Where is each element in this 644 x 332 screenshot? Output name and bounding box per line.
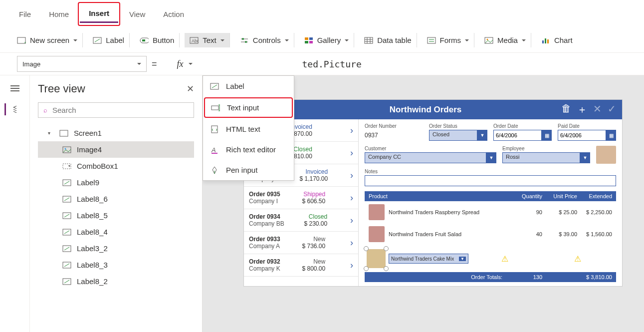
- screen-icon: [59, 129, 69, 137]
- layers-icon[interactable]: [4, 103, 16, 115]
- dd-pen-input[interactable]: Pen input: [203, 160, 294, 180]
- dd-label[interactable]: Label: [203, 76, 294, 96]
- data-table-icon: [364, 36, 373, 44]
- svg-rect-14: [305, 41, 308, 43]
- app-title: Northwind Orders: [290, 105, 561, 115]
- data-table-button[interactable]: Data table: [359, 33, 417, 47]
- tree-item[interactable]: Label8_3: [38, 257, 194, 273]
- cancel-icon[interactable]: ✕: [593, 103, 602, 116]
- search-input[interactable]: [52, 106, 189, 114]
- forms-icon: [427, 36, 436, 44]
- paid-date-label: Paid Date: [558, 123, 616, 129]
- chart-button[interactable]: Chart: [536, 33, 578, 47]
- gallery-button[interactable]: Gallery: [299, 33, 355, 47]
- selected-image[interactable]: [367, 249, 386, 268]
- media-button[interactable]: Media: [479, 33, 531, 47]
- selected-line-item[interactable]: Northwind Traders Cake Mix ▼ ⚠ ⚠: [365, 247, 616, 270]
- tree-item[interactable]: Image4: [38, 141, 194, 158]
- text-button[interactable]: Abc Text: [185, 33, 230, 47]
- order-date-input[interactable]: ▦: [493, 130, 552, 141]
- order-amount: $ 736.00: [302, 243, 326, 250]
- control-icon: [62, 212, 72, 220]
- line-ext: $ 1,560.00: [577, 231, 612, 237]
- menu-file[interactable]: File: [10, 6, 40, 22]
- check-icon[interactable]: ✓: [608, 103, 616, 116]
- line-product-combo[interactable]: Northwind Traders Cake Mix ▼: [389, 254, 468, 264]
- tree-item[interactable]: Label8_5: [38, 207, 194, 224]
- order-item[interactable]: Order 0933Company ANew$ 736.00›: [244, 232, 358, 254]
- notes-input[interactable]: [365, 175, 616, 186]
- svg-marker-37: [68, 165, 70, 167]
- tree-item[interactable]: ComboBox1: [38, 158, 194, 174]
- order-title: Order 0934: [249, 213, 284, 220]
- totals-row: Order Totals: 130 $ 3,810.00: [365, 272, 616, 282]
- equals-sign: =: [152, 59, 157, 69]
- customer-select[interactable]: Company CC▼: [365, 152, 496, 163]
- order-company: Company K: [249, 265, 280, 272]
- employee-select[interactable]: Rossi▼: [502, 152, 590, 163]
- html-icon: [210, 125, 219, 133]
- warning-icon: ⚠: [501, 254, 508, 264]
- tree-item[interactable]: Label8_2: [38, 273, 194, 290]
- rich-text-icon: A: [210, 146, 219, 154]
- svg-rect-12: [305, 37, 308, 40]
- control-icon: [62, 195, 72, 203]
- controls-button[interactable]: Controls: [235, 33, 294, 47]
- trash-icon[interactable]: 🗑: [561, 103, 571, 116]
- property-selector[interactable]: Image: [17, 56, 147, 72]
- svg-line-39: [64, 181, 69, 184]
- tree-search[interactable]: ⌕: [38, 102, 194, 118]
- tree-root[interactable]: ▾ Screen1: [38, 125, 194, 141]
- new-screen-button[interactable]: + New screen: [12, 33, 83, 47]
- calendar-icon[interactable]: ▦: [542, 130, 552, 141]
- gallery-label: Gallery: [317, 36, 341, 44]
- order-status: Invoiced: [300, 168, 328, 175]
- order-status-select[interactable]: Closed▼: [429, 130, 487, 141]
- menu-view[interactable]: View: [120, 6, 154, 22]
- label-button[interactable]: Label: [88, 33, 130, 47]
- hamburger-icon[interactable]: [9, 82, 21, 94]
- dd-html-text[interactable]: HTML text: [203, 119, 294, 139]
- button-icon: [140, 36, 149, 44]
- close-icon[interactable]: ✕: [187, 83, 194, 94]
- paid-date-input[interactable]: ▦: [558, 130, 616, 141]
- line-price: $ 25.00: [542, 209, 577, 215]
- order-item[interactable]: Order 0932Company KNew$ 800.00›: [244, 254, 358, 277]
- order-status: Shipped: [302, 191, 326, 198]
- tree-title: Tree view: [38, 82, 85, 95]
- gallery-icon: [304, 36, 313, 44]
- line-item[interactable]: Northwind Traders Raspberry Spread90$ 25…: [365, 201, 616, 223]
- forms-button[interactable]: Forms: [422, 33, 475, 47]
- order-number-value: 0937: [365, 130, 423, 139]
- svg-line-45: [64, 231, 69, 234]
- notes-label: Notes: [365, 169, 616, 174]
- calendar-icon[interactable]: ▦: [606, 130, 616, 141]
- tree-item[interactable]: Label8_6: [38, 191, 194, 207]
- caret-icon: [137, 63, 141, 67]
- text-icon: Abc: [190, 36, 199, 44]
- order-status: New: [302, 258, 326, 265]
- menu-home[interactable]: Home: [40, 6, 78, 22]
- line-item[interactable]: Northwind Traders Fruit Salad40$ 39.00$ …: [365, 223, 616, 245]
- media-label: Media: [497, 36, 518, 44]
- chevron-right-icon: ›: [347, 148, 353, 158]
- dd-text-input[interactable]: Text input: [204, 97, 293, 118]
- svg-line-47: [64, 247, 69, 250]
- control-icon: [62, 146, 72, 154]
- caret-icon: [189, 63, 193, 67]
- formula-text[interactable]: ted.Picture: [302, 59, 362, 69]
- new-screen-label: New screen: [30, 36, 69, 44]
- property-name: Image: [22, 60, 40, 68]
- line-header: Product Quantity Unit Price Extended: [365, 191, 616, 201]
- menu-insert[interactable]: Insert: [80, 5, 118, 23]
- plus-icon[interactable]: ＋: [577, 103, 587, 116]
- button-button[interactable]: Button: [135, 33, 180, 47]
- customer-label: Customer: [365, 146, 496, 151]
- tree-item[interactable]: Label3_2: [38, 240, 194, 257]
- tree-item[interactable]: Label9: [38, 174, 194, 191]
- menu-action[interactable]: Action: [154, 6, 193, 22]
- order-item[interactable]: Order 0934Company BBClosed$ 230.00›: [244, 209, 358, 232]
- order-item[interactable]: Order 0935Company IShipped$ 606.50›: [244, 187, 358, 209]
- dd-rich-text[interactable]: A Rich text editor: [203, 139, 294, 160]
- tree-item[interactable]: Label8_4: [38, 224, 194, 240]
